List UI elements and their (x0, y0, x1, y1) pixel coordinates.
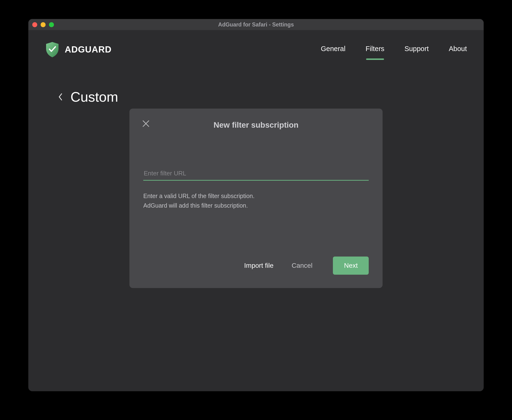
app-window: AdGuard for Safari - Settings ADGUARD (28, 19, 484, 391)
input-area (143, 167, 369, 181)
modal-button-row: Import file Cancel Next (143, 256, 369, 275)
nav-general[interactable]: General (321, 45, 345, 55)
maximize-window-button[interactable] (49, 22, 54, 27)
close-icon (142, 120, 150, 127)
help-line-2: AdGuard will add this filter subscriptio… (143, 201, 369, 210)
page-title: Custom (70, 89, 118, 105)
logo-area: ADGUARD (45, 42, 112, 58)
new-filter-modal: New filter subscription Enter a valid UR… (130, 109, 382, 288)
window-title: AdGuard for Safari - Settings (218, 22, 294, 28)
import-file-button[interactable]: Import file (244, 262, 274, 270)
adguard-shield-icon (45, 42, 60, 58)
nav-about[interactable]: About (449, 45, 467, 55)
main-nav: General Filters Support About (321, 45, 467, 55)
next-button[interactable]: Next (333, 256, 369, 275)
logo-text: ADGUARD (65, 45, 112, 55)
nav-filters[interactable]: Filters (366, 45, 384, 55)
window-controls (32, 22, 54, 27)
minimize-window-button[interactable] (41, 22, 46, 27)
app-header: ADGUARD General Filters Support About (28, 30, 484, 58)
modal-title: New filter subscription (143, 120, 369, 130)
cancel-button[interactable]: Cancel (291, 262, 312, 270)
filter-url-input[interactable] (143, 167, 369, 181)
back-button[interactable] (58, 93, 63, 101)
nav-support[interactable]: Support (405, 45, 429, 55)
help-line-1: Enter a valid URL of the filter subscrip… (143, 191, 369, 201)
modal-close-button[interactable] (142, 120, 150, 128)
page-header: Custom (28, 58, 484, 105)
chevron-left-icon (58, 93, 63, 101)
close-window-button[interactable] (32, 22, 37, 27)
modal-help-text: Enter a valid URL of the filter subscrip… (143, 191, 369, 210)
titlebar: AdGuard for Safari - Settings (28, 19, 484, 30)
